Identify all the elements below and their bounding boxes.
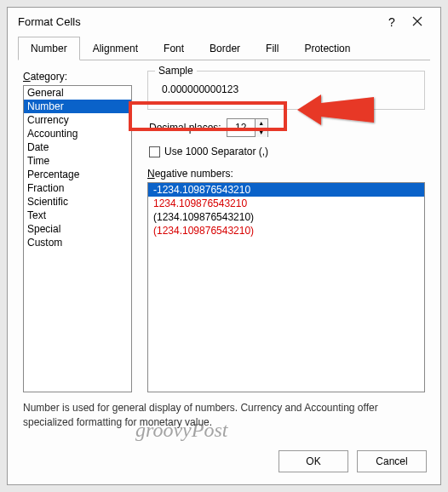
category-item[interactable]: Number (24, 100, 131, 113)
description-text: Number is used for general display of nu… (8, 396, 440, 442)
tab-protection[interactable]: Protection (291, 37, 363, 60)
content-area: Category: GeneralNumberCurrencyAccountin… (8, 60, 440, 396)
close-icon (412, 16, 422, 26)
ok-button[interactable]: OK (279, 450, 348, 472)
negative-item[interactable]: -1234.109876543210 (148, 183, 424, 197)
category-item[interactable]: Text (24, 209, 131, 222)
tab-font[interactable]: Font (151, 37, 197, 60)
negative-item[interactable]: (1234.109876543210) (148, 224, 424, 237)
category-item[interactable]: Special (24, 222, 131, 236)
decimal-places-row: Decimal places: ▲ ▼ (147, 118, 425, 137)
decimal-places-label: Decimal places: (149, 122, 221, 134)
category-item[interactable]: Scientific (24, 195, 131, 209)
sample-value: 0.000000000123 (157, 80, 416, 99)
category-item[interactable]: Date (24, 140, 131, 154)
tab-number[interactable]: Number (18, 37, 80, 60)
tab-border[interactable]: Border (197, 37, 253, 60)
options-panel: Sample 0.000000000123 Decimal places: ▲ … (147, 71, 425, 392)
sample-box: Sample 0.000000000123 (147, 71, 425, 110)
separator-checkbox[interactable] (149, 146, 160, 157)
spin-up-button[interactable]: ▲ (256, 119, 267, 129)
category-item[interactable]: Accounting (24, 127, 131, 140)
dialog-title: Format Cells (18, 15, 379, 28)
separator-label: Use 1000 Separator (,) (164, 146, 268, 157)
separator-row: Use 1000 Separator (,) (147, 146, 425, 157)
negative-item[interactable]: (1234.109876543210) (148, 210, 424, 224)
spin-down-button[interactable]: ▼ (256, 129, 267, 137)
tabs: NumberAlignmentFontBorderFillProtection (8, 36, 440, 60)
negative-list[interactable]: -1234.1098765432101234.109876543210(1234… (147, 182, 425, 392)
sample-label: Sample (155, 65, 197, 77)
decimal-spinner[interactable]: ▲ ▼ (227, 118, 268, 137)
format-cells-dialog: Format Cells ? NumberAlignmentFontBorder… (7, 7, 441, 485)
category-item[interactable]: Percentage (24, 168, 131, 181)
button-row: OK Cancel (8, 442, 440, 484)
negative-label: Negative numbers: (147, 168, 425, 180)
decimal-input[interactable] (227, 119, 255, 136)
category-item[interactable]: Fraction (24, 181, 131, 195)
tab-fill[interactable]: Fill (253, 37, 291, 60)
help-button[interactable]: ? (379, 15, 405, 29)
category-item[interactable]: Currency (24, 113, 131, 127)
category-item[interactable]: General (24, 86, 131, 100)
cancel-button[interactable]: Cancel (357, 450, 427, 472)
category-item[interactable]: Custom (24, 236, 131, 249)
tab-alignment[interactable]: Alignment (80, 37, 151, 60)
category-label: Category: (23, 71, 132, 83)
category-item[interactable]: Time (24, 154, 131, 168)
negative-item[interactable]: 1234.109876543210 (148, 197, 424, 210)
category-list[interactable]: GeneralNumberCurrencyAccountingDateTimeP… (23, 85, 132, 392)
category-panel: Category: GeneralNumberCurrencyAccountin… (23, 71, 132, 392)
titlebar: Format Cells ? (8, 8, 440, 36)
close-button[interactable] (405, 14, 430, 29)
